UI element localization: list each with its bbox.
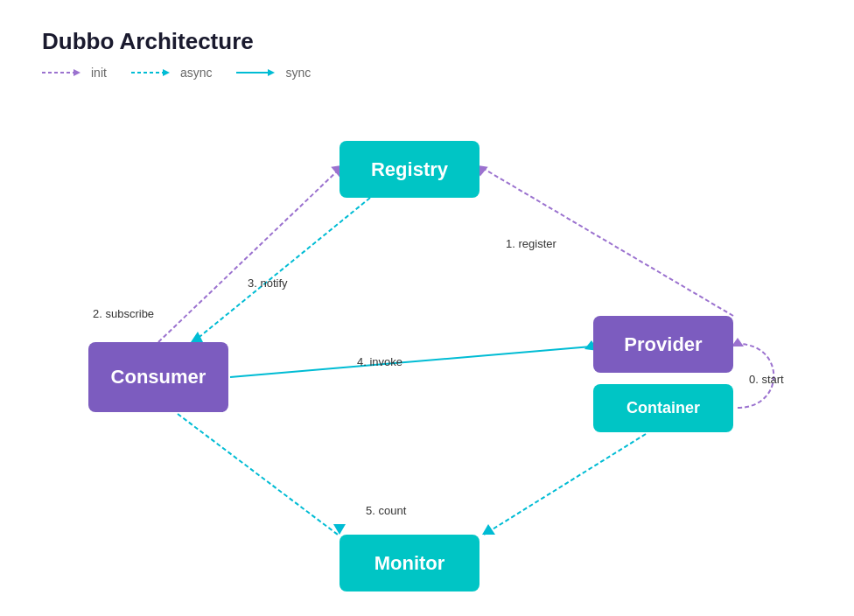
svg-marker-1: [74, 69, 80, 76]
architecture-diagram: Registry Consumer Provider Container Mon…: [42, 115, 812, 587]
monitor-box: Monitor: [340, 535, 480, 592]
container-box: Container: [593, 384, 733, 432]
invoke-label: 4. invoke: [357, 355, 402, 368]
subscribe-label: 2. subscribe: [93, 307, 154, 320]
svg-line-11: [195, 198, 370, 340]
legend-init: init: [42, 66, 107, 80]
svg-marker-5: [268, 69, 275, 76]
async-label: async: [180, 66, 213, 80]
register-label: 1. register: [506, 237, 556, 250]
init-line-icon: [42, 67, 84, 78]
svg-marker-17: [482, 524, 495, 535]
start-label: 0. start: [749, 373, 784, 386]
legend: init async sync: [42, 66, 812, 80]
svg-marker-3: [163, 69, 170, 76]
svg-line-13: [230, 346, 592, 377]
init-label: init: [91, 66, 107, 80]
provider-box: Provider: [593, 316, 733, 373]
svg-line-16: [484, 434, 646, 535]
legend-sync: sync: [236, 66, 311, 80]
page-container: Dubbo Architecture init async sync: [0, 0, 854, 616]
legend-async: async: [131, 66, 213, 80]
notify-label: 3. notify: [248, 276, 288, 290]
svg-line-15: [178, 414, 338, 535]
count-label: 5. count: [366, 504, 406, 517]
registry-box: Registry: [340, 141, 480, 198]
svg-marker-6: [732, 338, 744, 346]
consumer-box: Consumer: [88, 342, 228, 412]
sync-label: sync: [285, 66, 311, 80]
svg-marker-18: [333, 524, 346, 535]
async-line-icon: [131, 67, 173, 78]
sync-line-icon: [236, 67, 278, 78]
page-title: Dubbo Architecture: [42, 28, 812, 55]
svg-line-9: [158, 169, 340, 342]
